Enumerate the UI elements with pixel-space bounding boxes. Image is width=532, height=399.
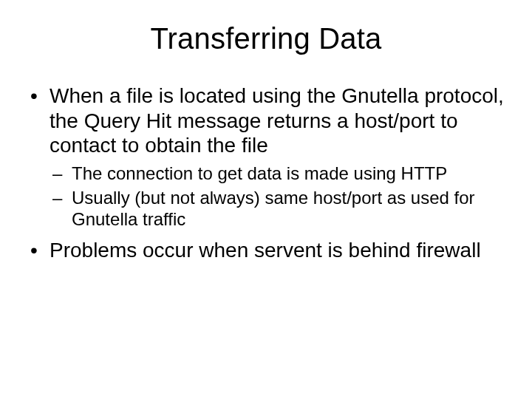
slide-title: Transferring Data xyxy=(26,22,506,55)
list-item: Problems occur when servent is behind fi… xyxy=(26,238,506,263)
list-item: The connection to get data is made using… xyxy=(50,163,506,184)
bullet-text: Usually (but not always) same host/port … xyxy=(72,188,475,229)
bullet-text: Problems occur when servent is behind fi… xyxy=(50,239,481,262)
sub-bullet-list: The connection to get data is made using… xyxy=(50,163,506,231)
list-item: When a file is located using the Gnutell… xyxy=(26,83,506,231)
slide: Transferring Data When a file is located… xyxy=(0,0,532,399)
bullet-text: The connection to get data is made using… xyxy=(72,163,447,183)
bullet-text: When a file is located using the Gnutell… xyxy=(50,84,504,157)
bullet-list: When a file is located using the Gnutell… xyxy=(26,83,506,262)
list-item: Usually (but not always) same host/port … xyxy=(50,187,506,231)
